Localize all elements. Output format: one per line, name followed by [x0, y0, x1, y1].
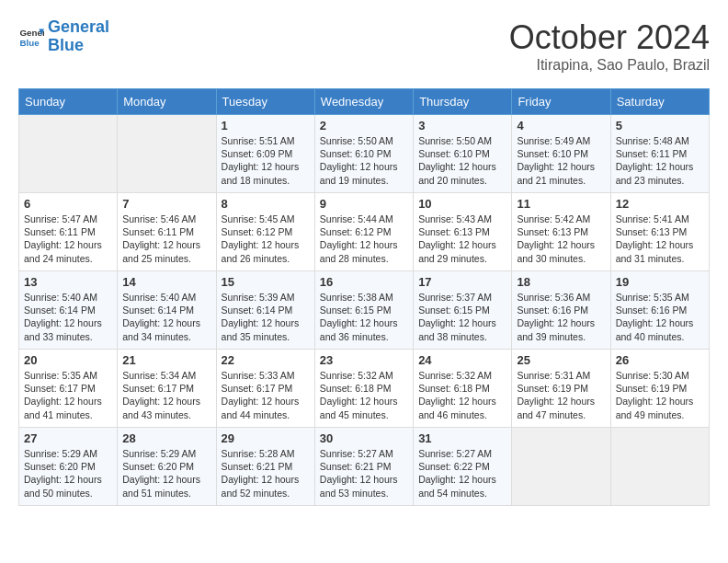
day-number: 11: [517, 197, 605, 211]
calendar-cell: 24Sunrise: 5:32 AMSunset: 6:18 PMDayligh…: [414, 350, 512, 428]
calendar-cell: 1Sunrise: 5:51 AMSunset: 6:09 PMDaylight…: [216, 115, 314, 193]
calendar-cell: 16Sunrise: 5:38 AMSunset: 6:15 PMDayligh…: [314, 271, 413, 350]
calendar-cell: 20Sunrise: 5:35 AMSunset: 6:17 PMDayligh…: [19, 350, 118, 428]
day-number: 17: [418, 275, 506, 289]
day-number: 25: [517, 353, 605, 367]
calendar-cell: 29Sunrise: 5:28 AMSunset: 6:21 PMDayligh…: [216, 428, 314, 506]
logo-text: GeneralBlue: [48, 18, 109, 55]
calendar-cell: 31Sunrise: 5:27 AMSunset: 6:22 PMDayligh…: [414, 428, 512, 506]
calendar-week-row: 6Sunrise: 5:47 AMSunset: 6:11 PMDaylight…: [19, 193, 710, 271]
col-header-wednesday: Wednesday: [314, 89, 413, 115]
day-info: Sunrise: 5:29 AMSunset: 6:20 PMDaylight:…: [24, 447, 112, 500]
col-header-monday: Monday: [118, 89, 216, 115]
calendar-cell: [512, 428, 610, 506]
day-info: Sunrise: 5:29 AMSunset: 6:20 PMDaylight:…: [122, 447, 210, 500]
calendar-cell: 30Sunrise: 5:27 AMSunset: 6:21 PMDayligh…: [314, 428, 413, 506]
day-info: Sunrise: 5:41 AMSunset: 6:13 PMDaylight:…: [616, 213, 704, 265]
day-info: Sunrise: 5:48 AMSunset: 6:11 PMDaylight:…: [616, 134, 704, 187]
calendar-week-row: 27Sunrise: 5:29 AMSunset: 6:20 PMDayligh…: [19, 428, 710, 506]
day-number: 22: [222, 353, 310, 367]
day-info: Sunrise: 5:40 AMSunset: 6:14 PMDaylight:…: [24, 291, 112, 343]
day-info: Sunrise: 5:36 AMSunset: 6:16 PMDaylight:…: [517, 291, 605, 343]
day-info: Sunrise: 5:45 AMSunset: 6:12 PMDaylight:…: [222, 213, 310, 265]
calendar-cell: 19Sunrise: 5:35 AMSunset: 6:16 PMDayligh…: [610, 271, 709, 350]
calendar-cell: 14Sunrise: 5:40 AMSunset: 6:14 PMDayligh…: [118, 271, 216, 350]
day-number: 26: [616, 353, 704, 367]
day-number: 18: [517, 275, 605, 289]
calendar-header-row: SundayMondayTuesdayWednesdayThursdayFrid…: [19, 89, 710, 115]
day-number: 14: [122, 275, 210, 289]
calendar-cell: 27Sunrise: 5:29 AMSunset: 6:20 PMDayligh…: [19, 428, 118, 506]
day-info: Sunrise: 5:27 AMSunset: 6:21 PMDaylight:…: [320, 447, 408, 500]
day-info: Sunrise: 5:38 AMSunset: 6:15 PMDaylight:…: [320, 291, 408, 343]
page-header: General Blue GeneralBlue October 2024 It…: [18, 18, 710, 74]
calendar-cell: [118, 115, 216, 193]
col-header-saturday: Saturday: [610, 89, 709, 115]
calendar-cell: 11Sunrise: 5:42 AMSunset: 6:13 PMDayligh…: [512, 193, 610, 271]
day-number: 15: [222, 275, 310, 289]
col-header-sunday: Sunday: [19, 89, 118, 115]
day-number: 4: [517, 119, 605, 132]
day-number: 21: [122, 353, 210, 367]
day-number: 13: [24, 275, 112, 289]
day-number: 1: [222, 119, 310, 132]
svg-text:Blue: Blue: [19, 38, 40, 48]
day-info: Sunrise: 5:33 AMSunset: 6:17 PMDaylight:…: [222, 369, 310, 421]
day-number: 3: [418, 119, 506, 132]
calendar-table: SundayMondayTuesdayWednesdayThursdayFrid…: [18, 88, 710, 506]
calendar-cell: 5Sunrise: 5:48 AMSunset: 6:11 PMDaylight…: [610, 115, 709, 193]
title-area: October 2024 Itirapina, Sao Paulo, Brazi…: [509, 18, 710, 74]
day-number: 24: [418, 353, 506, 367]
day-info: Sunrise: 5:35 AMSunset: 6:16 PMDaylight:…: [616, 291, 704, 343]
day-number: 5: [616, 119, 704, 132]
location-subtitle: Itirapina, Sao Paulo, Brazil: [509, 57, 710, 74]
calendar-week-row: 13Sunrise: 5:40 AMSunset: 6:14 PMDayligh…: [19, 271, 710, 350]
calendar-cell: 26Sunrise: 5:30 AMSunset: 6:19 PMDayligh…: [610, 350, 709, 428]
day-info: Sunrise: 5:39 AMSunset: 6:14 PMDaylight:…: [222, 291, 310, 343]
calendar-week-row: 20Sunrise: 5:35 AMSunset: 6:17 PMDayligh…: [19, 350, 710, 428]
day-number: 20: [24, 353, 112, 367]
day-info: Sunrise: 5:32 AMSunset: 6:18 PMDaylight:…: [418, 369, 506, 421]
calendar-cell: 25Sunrise: 5:31 AMSunset: 6:19 PMDayligh…: [512, 350, 610, 428]
day-number: 12: [616, 197, 704, 211]
day-info: Sunrise: 5:50 AMSunset: 6:10 PMDaylight:…: [320, 134, 408, 187]
day-info: Sunrise: 5:32 AMSunset: 6:18 PMDaylight:…: [320, 369, 408, 421]
day-number: 31: [418, 431, 506, 445]
day-number: 9: [320, 197, 408, 211]
day-number: 10: [418, 197, 506, 211]
logo-icon: General Blue: [18, 24, 44, 50]
day-info: Sunrise: 5:30 AMSunset: 6:19 PMDaylight:…: [616, 369, 704, 421]
day-info: Sunrise: 5:28 AMSunset: 6:21 PMDaylight:…: [222, 447, 310, 500]
day-number: 8: [222, 197, 310, 211]
calendar-week-row: 1Sunrise: 5:51 AMSunset: 6:09 PMDaylight…: [19, 115, 710, 193]
calendar-cell: 8Sunrise: 5:45 AMSunset: 6:12 PMDaylight…: [216, 193, 314, 271]
day-info: Sunrise: 5:40 AMSunset: 6:14 PMDaylight:…: [122, 291, 210, 343]
calendar-cell: 23Sunrise: 5:32 AMSunset: 6:18 PMDayligh…: [314, 350, 413, 428]
calendar-cell: 3Sunrise: 5:50 AMSunset: 6:10 PMDaylight…: [414, 115, 512, 193]
day-number: 30: [320, 431, 408, 445]
day-info: Sunrise: 5:27 AMSunset: 6:22 PMDaylight:…: [418, 447, 506, 500]
calendar-cell: 9Sunrise: 5:44 AMSunset: 6:12 PMDaylight…: [314, 193, 413, 271]
day-info: Sunrise: 5:34 AMSunset: 6:17 PMDaylight:…: [122, 369, 210, 421]
calendar-cell: 18Sunrise: 5:36 AMSunset: 6:16 PMDayligh…: [512, 271, 610, 350]
day-number: 2: [320, 119, 408, 132]
calendar-cell: 28Sunrise: 5:29 AMSunset: 6:20 PMDayligh…: [118, 428, 216, 506]
day-info: Sunrise: 5:46 AMSunset: 6:11 PMDaylight:…: [122, 213, 210, 265]
col-header-friday: Friday: [512, 89, 610, 115]
day-number: 23: [320, 353, 408, 367]
day-info: Sunrise: 5:44 AMSunset: 6:12 PMDaylight:…: [320, 213, 408, 265]
calendar-cell: 6Sunrise: 5:47 AMSunset: 6:11 PMDaylight…: [19, 193, 118, 271]
calendar-cell: 12Sunrise: 5:41 AMSunset: 6:13 PMDayligh…: [610, 193, 709, 271]
calendar-cell: 4Sunrise: 5:49 AMSunset: 6:10 PMDaylight…: [512, 115, 610, 193]
calendar-cell: 17Sunrise: 5:37 AMSunset: 6:15 PMDayligh…: [414, 271, 512, 350]
calendar-cell: 2Sunrise: 5:50 AMSunset: 6:10 PMDaylight…: [314, 115, 413, 193]
day-number: 7: [122, 197, 210, 211]
logo: General Blue GeneralBlue: [18, 18, 109, 55]
col-header-tuesday: Tuesday: [216, 89, 314, 115]
day-info: Sunrise: 5:35 AMSunset: 6:17 PMDaylight:…: [24, 369, 112, 421]
calendar-cell: [610, 428, 709, 506]
calendar-cell: 13Sunrise: 5:40 AMSunset: 6:14 PMDayligh…: [19, 271, 118, 350]
day-number: 6: [24, 197, 112, 211]
calendar-cell: 7Sunrise: 5:46 AMSunset: 6:11 PMDaylight…: [118, 193, 216, 271]
month-title: October 2024: [509, 18, 710, 57]
